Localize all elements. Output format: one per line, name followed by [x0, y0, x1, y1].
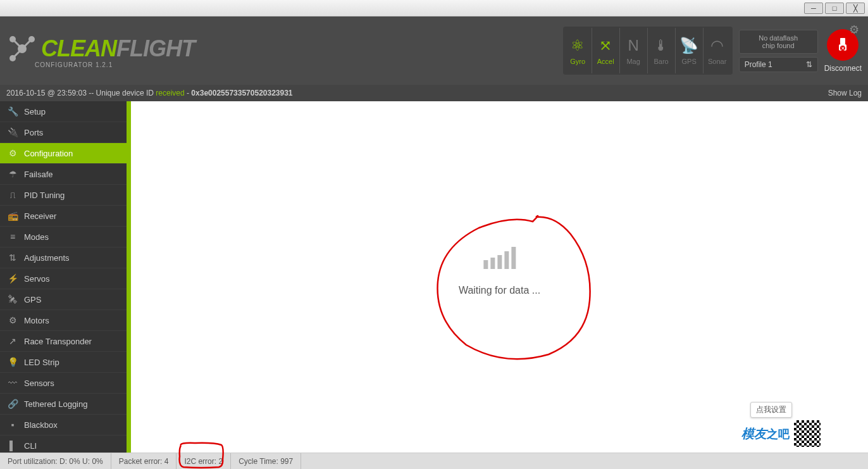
nav-label: Race Transponder: [24, 337, 92, 346]
nav-icon: ≡: [8, 232, 18, 242]
nav-icon: ⚙: [8, 148, 18, 158]
window-titlebar: ─ □ ╳: [0, 0, 868, 16]
nav-receiver[interactable]: 📻Receiver: [0, 206, 127, 227]
nav-setup[interactable]: 🔧Setup: [0, 101, 127, 122]
footer-cycle-time: Cycle Time: 997: [231, 453, 301, 469]
nav-label: Setup: [24, 107, 46, 116]
nav-gps[interactable]: 🛰GPS: [0, 289, 127, 310]
watermark-text1: 模友: [741, 427, 767, 441]
close-button[interactable]: ╳: [846, 3, 865, 14]
nav-cli[interactable]: ▌CLI: [0, 435, 127, 453]
minimize-button[interactable]: ─: [804, 3, 823, 14]
watermark: 模友之吧: [741, 418, 849, 449]
nav-label: Ports: [24, 128, 43, 137]
nav-race-transponder[interactable]: ↗Race Transponder: [0, 331, 127, 352]
qr-code-icon: [793, 419, 822, 448]
nav-label: GPS: [24, 295, 41, 304]
select-arrows-icon: ⇅: [806, 60, 812, 69]
nav-icon: 🔧: [8, 106, 18, 116]
nav-label: Configuration: [24, 149, 73, 158]
nav-icon: ⎍: [8, 190, 18, 200]
logo-area: CLEANFLIGHT CONFIGURATOR 1.2.1: [6, 33, 563, 68]
sensor-baro[interactable]: 🌡Baro: [648, 28, 676, 73]
nav-motors[interactable]: ⚙Motors: [0, 310, 127, 331]
nav-pid-tuning[interactable]: ⎍PID Tuning: [0, 185, 127, 206]
log-bar: 2016-10-15 @ 23:59:03 -- Unique device I…: [0, 85, 868, 101]
nav-label: LED Strip: [24, 358, 59, 367]
nav-failsafe[interactable]: ☂Failsafe: [0, 164, 127, 185]
dataflash-button[interactable]: No dataflash chip found: [739, 30, 818, 54]
nav-label: Sensors: [24, 378, 54, 388]
nav-icon: 💡: [8, 357, 18, 367]
show-log-link[interactable]: Show Log: [828, 89, 862, 97]
sensor-label: Gyro: [570, 58, 585, 65]
log-suffix: -: [185, 89, 192, 97]
sensor-status-group: ⚛Gyro⤧AccelNMag🌡Baro📡GPS◠Sonar: [563, 27, 733, 75]
sensor-label: Sonar: [708, 58, 726, 65]
nav-adjustments[interactable]: ⇅Adjustments: [0, 247, 127, 268]
log-status: received: [156, 89, 184, 97]
waiting-text: Waiting for data ...: [459, 285, 540, 296]
app-header: CLEANFLIGHT CONFIGURATOR 1.2.1 ⚛Gyro⤧Acc…: [0, 16, 868, 85]
nav-label: Receiver: [24, 211, 56, 221]
nav-label: Servos: [24, 274, 49, 284]
maximize-button[interactable]: □: [825, 3, 844, 14]
nav-icon: ↗: [8, 336, 18, 346]
logo-subtitle: CONFIGURATOR 1.2.1: [35, 61, 563, 68]
dataflash-line2: chip found: [752, 42, 805, 49]
main-content: Waiting for data ... 点我设置 模友之吧: [127, 101, 868, 453]
nav-led-strip[interactable]: 💡LED Strip: [0, 352, 127, 373]
svg-line-4: [13, 39, 22, 49]
sensor-sonar[interactable]: ◠Sonar: [704, 28, 731, 73]
footer-packet-error: Packet error: 4: [111, 453, 177, 469]
nav-icon: ⚙: [8, 315, 18, 325]
nav-servos[interactable]: ⚡Servos: [0, 268, 127, 289]
baro-icon: 🌡: [654, 37, 669, 54]
nav-icon: 〰: [8, 378, 18, 388]
gyro-icon: ⚛: [571, 37, 585, 54]
nav-tethered-logging[interactable]: 🔗Tethered Logging: [0, 394, 127, 415]
waiting-indicator: Waiting for data ...: [459, 247, 540, 296]
logo-text-clean: CLEAN: [41, 35, 116, 62]
sensor-label: Mag: [626, 58, 640, 65]
nav-label: CLI: [24, 441, 37, 451]
sensor-gps[interactable]: 📡GPS: [676, 28, 704, 73]
loading-bars-icon: [459, 247, 540, 269]
nav-sensors[interactable]: 〰Sensors: [0, 373, 127, 394]
nav-icon: 🛰: [8, 294, 18, 304]
nav-icon: ⇅: [8, 253, 18, 263]
nav-modes[interactable]: ≡Modes: [0, 227, 127, 247]
footer-port-util: Port utilization: D: 0% U: 0%: [0, 453, 111, 469]
profile-label: Profile 1: [745, 60, 772, 69]
gps-icon: 📡: [679, 37, 698, 54]
nav-label: Motors: [24, 316, 49, 325]
svg-line-5: [22, 39, 32, 49]
nav-label: PID Tuning: [24, 191, 65, 200]
svg-rect-7: [840, 38, 845, 44]
svg-line-6: [13, 49, 22, 58]
log-timestamp: 2016-10-15 @ 23:59:03 -- Unique device I…: [6, 89, 156, 97]
nav-ports[interactable]: 🔌Ports: [0, 122, 127, 143]
nav-configuration[interactable]: ⚙Configuration: [0, 143, 127, 164]
sensor-gyro[interactable]: ⚛Gyro: [564, 28, 592, 73]
sensor-label: Baro: [654, 58, 669, 65]
nav-label: Failsafe: [24, 170, 53, 179]
settings-gear-icon[interactable]: ⚙: [849, 23, 859, 37]
nav-label: Blackbox: [24, 420, 58, 430]
sensor-label: Accel: [597, 58, 614, 65]
nav-blackbox[interactable]: ▪Blackbox: [0, 415, 127, 435]
sensor-accel[interactable]: ⤧Accel: [592, 28, 620, 73]
sensor-mag[interactable]: NMag: [620, 28, 648, 73]
nav-label: Tethered Logging: [24, 399, 87, 409]
tooltip-popup[interactable]: 点我设置: [750, 402, 792, 418]
nav-label: Adjustments: [24, 253, 70, 263]
sonar-icon: ◠: [710, 37, 724, 54]
usb-disconnect-icon: ✕: [834, 37, 851, 53]
mag-icon: N: [628, 37, 638, 54]
logo-text-flight: FLIGHT: [116, 35, 195, 62]
status-footer: Port utilization: D: 0% U: 0% Packet err…: [0, 453, 868, 469]
profile-select[interactable]: Profile 1 ⇅: [739, 57, 818, 72]
nav-icon: ⚡: [8, 273, 18, 284]
nav-icon: 🔗: [8, 399, 18, 409]
nav-icon: ▌: [8, 441, 18, 451]
